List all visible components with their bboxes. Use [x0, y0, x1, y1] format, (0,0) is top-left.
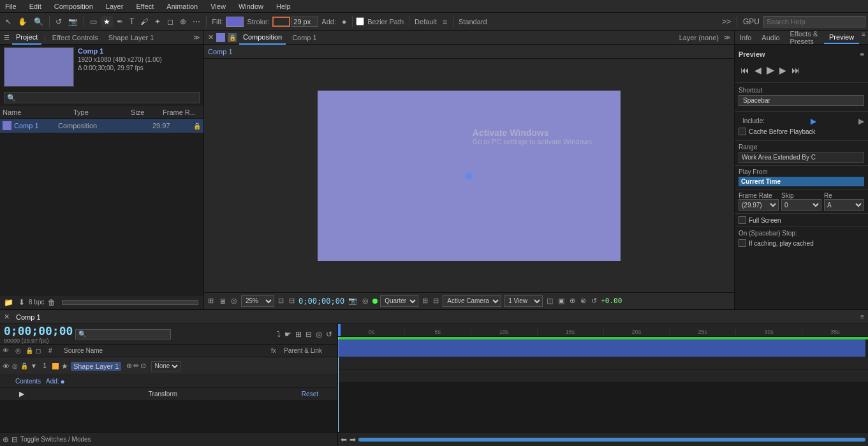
re-select[interactable]: A — [824, 199, 864, 211]
tool-stamp[interactable]: ✦ — [152, 16, 163, 27]
timeline-close-btn[interactable]: ✕ — [4, 313, 10, 321]
preview-settings-icon[interactable]: ≡ — [860, 50, 864, 58]
comp-panel-tab[interactable]: Composition — [239, 31, 286, 45]
comp-tab-name[interactable]: Comp 1 — [288, 31, 321, 45]
fullscreen-checkbox[interactable] — [739, 216, 746, 224]
viewer-refresh-btn[interactable]: ↺ — [590, 297, 598, 305]
tl-icon-6[interactable]: ↺ — [325, 330, 334, 339]
next-frame-btn[interactable]: ▶ — [777, 65, 788, 75]
project-item-comp1[interactable]: Comp 1 Composition 29.97 🔒 — [0, 119, 203, 133]
layer-solo-btn[interactable]: ◎ — [12, 362, 18, 369]
viewer-view-select[interactable]: 1 View 2 Views — [504, 295, 543, 307]
tl-search-input[interactable] — [75, 329, 171, 339]
viewer-monitor-btn[interactable]: 🖥 — [217, 297, 227, 305]
tab-info[interactable]: Info — [735, 31, 756, 44]
menu-composition[interactable]: Composition — [52, 3, 96, 10]
layer-eye-btn[interactable]: 👁 — [3, 362, 10, 370]
tl-transform-row[interactable]: ▶ Transform Reset — [0, 388, 337, 401]
viewer-3d-view-btn[interactable]: ▣ — [557, 297, 566, 305]
gpu-btn[interactable]: GPU — [740, 16, 762, 27]
tl-contents-row[interactable]: Contents Add: ● — [0, 375, 337, 388]
layer-star-icon[interactable]: ★ — [61, 362, 68, 371]
tool-star[interactable]: ★ — [101, 16, 113, 27]
tool-puppet[interactable]: ⋯ — [190, 16, 203, 27]
frame-rate-select[interactable]: (29.97) — [739, 199, 779, 211]
add-icon[interactable]: ● — [61, 377, 65, 386]
cache-checkbox[interactable] — [739, 128, 746, 135]
viewer-fit-btn[interactable]: ⊡ — [277, 297, 285, 305]
tl-icon-3[interactable]: ⊞ — [294, 330, 303, 339]
play-pause-btn[interactable]: ▶ — [765, 64, 776, 76]
comp-breadcrumb[interactable]: Comp 1 — [208, 48, 233, 56]
tl-nav-start-btn[interactable]: ⬅ — [341, 435, 347, 444]
layer-collapse-btn[interactable]: ▼ — [31, 362, 37, 369]
if-caching-checkbox[interactable] — [739, 239, 746, 247]
tl-zoom-bar[interactable] — [358, 438, 865, 442]
search-help-input[interactable] — [763, 16, 865, 27]
reset-btn[interactable]: Reset — [302, 390, 318, 398]
prev-frame-btn[interactable]: ◀ — [753, 65, 763, 75]
new-folder-btn[interactable]: 📁 — [3, 298, 15, 307]
include-expand-btn[interactable]: ▶ — [811, 117, 816, 126]
tl-icon-5[interactable]: ◎ — [314, 330, 323, 339]
menu-file[interactable]: File — [3, 3, 19, 10]
menu-edit[interactable]: Edit — [27, 3, 44, 10]
import-btn[interactable]: ⬇ — [17, 298, 26, 307]
menu-view[interactable]: View — [208, 3, 228, 10]
skip-select[interactable]: 0 — [781, 199, 821, 211]
menu-help[interactable]: Help — [274, 3, 293, 10]
col-name-header[interactable]: Name — [3, 108, 73, 116]
comp-menu-btn[interactable]: ≫ — [724, 34, 730, 41]
tab-audio[interactable]: Audio — [756, 31, 784, 44]
last-frame-btn[interactable]: ⏭ — [790, 65, 802, 75]
viewer-3d-btn[interactable]: ◎ — [230, 297, 239, 305]
viewer-snapshot-btn[interactable]: 📷 — [347, 297, 358, 305]
layer-switch-2[interactable]: ✏ — [133, 362, 139, 370]
tl-track-area[interactable] — [338, 337, 868, 432]
project-collapse-btn[interactable]: ☰ — [4, 34, 10, 41]
tab-shape-layer[interactable]: Shape Layer 1 — [105, 31, 158, 45]
tl-icon-1[interactable]: ⤵ — [276, 330, 282, 339]
layer-name[interactable]: Shape Layer 1 — [71, 362, 122, 371]
tl-timecode[interactable]: 0;00;00;00 — [4, 324, 73, 338]
tab-preview[interactable]: Preview — [824, 31, 859, 44]
tool-rotate[interactable]: ↺ — [53, 16, 64, 27]
stroke-color[interactable] — [272, 17, 290, 27]
viewer-grid-btn[interactable]: ⊞ — [207, 297, 215, 305]
tl-nav-end-btn[interactable]: ➡ — [349, 435, 356, 444]
add-label[interactable]: Add: — [46, 378, 59, 385]
tool-pen[interactable]: ✒ — [114, 16, 126, 27]
tl-layer-track-1[interactable] — [338, 339, 868, 357]
include-more-btn[interactable]: ▶ — [858, 117, 864, 126]
col-size-header[interactable]: Size — [131, 108, 163, 116]
layer-lock-btn[interactable]: 🔒 — [20, 362, 28, 369]
tool-select[interactable]: ↖ — [3, 16, 14, 27]
viewer-toggle1-btn[interactable]: ⊞ — [421, 297, 429, 305]
tl-bottom-btn-1[interactable]: ⊕ — [3, 435, 9, 444]
tool-camera[interactable]: 📷 — [66, 16, 80, 27]
viewer-aspect-btn[interactable]: ⊟ — [288, 297, 296, 305]
tl-icon-4[interactable]: ⊟ — [304, 330, 313, 339]
tool-brush[interactable]: 🖌 — [138, 16, 151, 27]
project-search-input[interactable] — [4, 92, 200, 103]
toggle-switches-label[interactable]: Toggle Switches / Modes — [20, 436, 91, 443]
layer-parent-select[interactable]: None — [151, 361, 180, 371]
tool-rect[interactable]: ▭ — [87, 16, 99, 27]
layer-switch-3[interactable]: ⊙ — [140, 362, 146, 370]
tl-layer-row-1[interactable]: 👁 ◎ 🔒 ▼ 1 ★ Shape Layer 1 ⊕ ✏ ⊙ None — [0, 357, 337, 375]
panel-menu-btn[interactable]: ≫ — [193, 34, 200, 41]
viewer-timecode[interactable]: 0;00;00;00 — [298, 297, 344, 306]
align-menu-btn[interactable]: ≡ — [440, 16, 450, 27]
tl-icon-2[interactable]: ☛ — [283, 330, 293, 339]
viewer[interactable]: ⊕ Activate Windows Go to PC settings to … — [204, 59, 734, 292]
viewer-render-btn[interactable]: ◫ — [545, 297, 554, 305]
menu-window[interactable]: Window — [236, 3, 266, 10]
viewer-zoom-select[interactable]: 25% 50% 100% — [241, 295, 274, 307]
menu-effect[interactable]: Effect — [133, 3, 156, 10]
viewer-layers-btn[interactable]: ⊕ — [568, 297, 577, 305]
timeline-tab-comp[interactable]: Comp 1 — [12, 313, 45, 321]
tab-project[interactable]: Project — [12, 31, 41, 45]
play-from-value[interactable]: Current Time — [739, 177, 864, 186]
right-panel-menu-btn[interactable]: ≡ — [859, 31, 868, 44]
viewer-show-snapshot-btn[interactable]: ◎ — [361, 297, 370, 305]
